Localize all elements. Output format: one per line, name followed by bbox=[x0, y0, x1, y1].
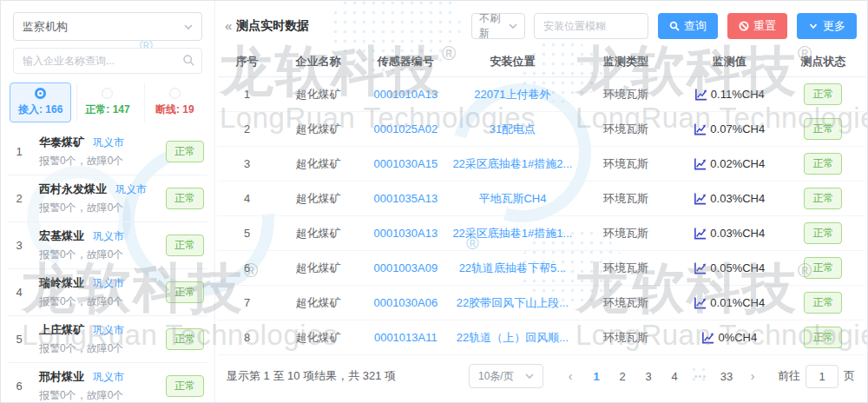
table-row[interactable]: 8 超化煤矿 0001013A11 22轨道（上）回风顺... 环境瓦斯 0%C… bbox=[218, 320, 865, 355]
cell-sensor-link[interactable]: 0001013A11 bbox=[360, 331, 450, 344]
cell-company: 超化煤矿 bbox=[276, 191, 360, 207]
company-city-tag[interactable]: 巩义市 bbox=[93, 276, 124, 291]
company-index: 1 bbox=[8, 145, 30, 158]
filter-offline[interactable]: 断线: 19 bbox=[144, 83, 206, 122]
cell-company: 超化煤矿 bbox=[276, 226, 360, 241]
company-sidebar: 监察机构 接入: 166 正常: 147 断线: 19 bbox=[1, 1, 215, 402]
trend-chart-icon[interactable] bbox=[694, 192, 707, 205]
next-page-icon[interactable]: › bbox=[741, 365, 764, 387]
company-list-item[interactable]: 5 上庄煤矿 巩义市 报警0个，故障0个 正常 bbox=[8, 315, 207, 362]
radio-unselected-icon bbox=[169, 88, 181, 99]
cell-sensor-link[interactable]: 0001025A02 bbox=[360, 122, 450, 135]
cell-company: 超化煤矿 bbox=[276, 330, 360, 346]
page-number[interactable]: 4 bbox=[663, 365, 686, 387]
page-number[interactable]: ••• bbox=[689, 365, 712, 387]
status-badge: 正常 bbox=[804, 327, 842, 348]
cell-status: 正常 bbox=[781, 257, 865, 279]
cell-status: 正常 bbox=[781, 327, 865, 348]
trend-chart-icon[interactable] bbox=[694, 122, 707, 135]
table-row[interactable]: 3 超化煤矿 0001030A15 22采区底抽巷1#措施2... 环境瓦斯 0… bbox=[218, 147, 865, 182]
search-icon[interactable] bbox=[182, 54, 195, 67]
company-summary: 报警0个，故障0个 bbox=[39, 154, 166, 168]
cell-location-link[interactable]: 22轨道（上）回风顺... bbox=[451, 330, 575, 346]
company-city-tag[interactable]: 巩义市 bbox=[93, 370, 124, 385]
company-list-item[interactable]: 6 邢村煤业 巩义市 报警0个，故障0个 正常 bbox=[8, 362, 207, 402]
page-size-dropdown[interactable]: 10条/页 bbox=[469, 364, 543, 388]
table-row[interactable]: 7 超化煤矿 0001030A06 22胶带回风下山上段... 环境瓦斯 0.0… bbox=[218, 286, 865, 320]
collapse-sidebar-icon[interactable]: « bbox=[225, 18, 232, 33]
location-search-input[interactable] bbox=[534, 13, 648, 39]
org-dropdown[interactable]: 监察机构 bbox=[13, 12, 202, 41]
company-summary: 报警0个，故障0个 bbox=[39, 294, 166, 309]
prev-page-icon[interactable]: ‹ bbox=[559, 365, 582, 387]
cell-location-link[interactable]: 22采区底抽巷1#措施1... bbox=[451, 226, 575, 241]
page-number[interactable]: 3 bbox=[637, 365, 660, 387]
column-header-sensor: 传感器编号 bbox=[360, 54, 450, 69]
company-city-tag[interactable]: 巩义市 bbox=[93, 135, 124, 150]
company-city-tag[interactable]: 巩义市 bbox=[93, 229, 124, 244]
cell-location-link[interactable]: 22胶带回风下山上段... bbox=[451, 295, 575, 311]
cell-location-link[interactable]: 31配电点 bbox=[451, 122, 575, 137]
cell-index: 7 bbox=[218, 296, 276, 309]
goto-page-input[interactable] bbox=[806, 365, 838, 388]
cell-sensor-link[interactable]: 0001030A15 bbox=[360, 157, 450, 170]
company-name: 西村永发煤业 bbox=[39, 182, 107, 197]
company-city-tag[interactable]: 巩义市 bbox=[93, 323, 124, 338]
column-header-status: 测点状态 bbox=[781, 54, 865, 69]
company-name: 华泰煤矿 bbox=[39, 135, 84, 150]
company-list-item[interactable]: 4 瑞岭煤业 巩义市 报警0个，故障0个 正常 bbox=[8, 268, 207, 315]
company-city-tag[interactable]: 巩义市 bbox=[115, 182, 147, 197]
company-list: 1 华泰煤矿 巩义市 报警0个，故障0个 正常 2 西村永 bbox=[8, 128, 207, 402]
filter-normal[interactable]: 正常: 147 bbox=[76, 83, 138, 122]
company-list-item[interactable]: 1 华泰煤矿 巩义市 报警0个，故障0个 正常 bbox=[8, 128, 207, 175]
trend-chart-icon[interactable] bbox=[694, 88, 707, 101]
page-number[interactable]: 1 bbox=[585, 365, 608, 387]
company-status-badge: 正常 bbox=[166, 188, 204, 209]
cell-sensor-link[interactable]: 0001030A13 bbox=[360, 227, 450, 240]
cell-sensor-link[interactable]: 0001003A09 bbox=[360, 261, 450, 274]
table-row[interactable]: 1 超化煤矿 0001010A13 22071上付巷外 环境瓦斯 0.11%CH… bbox=[218, 77, 865, 112]
cell-sensor-link[interactable]: 0001010A13 bbox=[360, 88, 450, 101]
page-number[interactable]: 2 bbox=[611, 365, 634, 387]
chevron-down-icon bbox=[525, 373, 534, 379]
trend-chart-icon[interactable] bbox=[694, 227, 707, 240]
company-info: 华泰煤矿 巩义市 报警0个，故障0个 bbox=[30, 135, 166, 168]
cell-location-link[interactable]: 22轨道底抽巷下帮5... bbox=[451, 261, 575, 276]
company-list-item[interactable]: 3 宏基煤业 巩义市 报警0个，故障0个 正常 bbox=[8, 221, 207, 268]
trend-chart-icon[interactable] bbox=[694, 157, 707, 170]
cell-value: 0.11%CH4 bbox=[678, 88, 781, 101]
chevron-down-icon bbox=[808, 21, 819, 31]
refresh-interval-dropdown[interactable]: 不刷新 bbox=[471, 13, 525, 39]
offline-count: 19 bbox=[182, 103, 194, 116]
table-footer: 显示第 1 至 10 项结果，共 321 项 10条/页 ‹ 1 2 3 bbox=[227, 364, 855, 388]
org-dropdown-value: 监察机构 bbox=[23, 19, 68, 35]
company-list-item[interactable]: 2 西村永发煤业 巩义市 报警0个，故障0个 正常 bbox=[8, 175, 207, 221]
trend-chart-icon[interactable] bbox=[701, 331, 714, 344]
table-row[interactable]: 4 超化煤矿 0001035A13 平地瓦斯CH4 环境瓦斯 0.03%CH4 bbox=[218, 182, 865, 216]
radio-unselected-icon bbox=[102, 88, 113, 99]
monitor-value: 0.01%CH4 bbox=[710, 296, 765, 309]
cell-location-link[interactable]: 平地瓦斯CH4 bbox=[451, 191, 575, 207]
cell-location-link[interactable]: 22071上付巷外 bbox=[451, 87, 575, 102]
cell-company: 超化煤矿 bbox=[276, 261, 360, 276]
company-status-badge: 正常 bbox=[166, 235, 204, 256]
monitoring-app-window: ® ® 龙软科技® LongRuan Technologies 龙软科技® Lo… bbox=[0, 0, 868, 403]
cell-sensor-link[interactable]: 0001030A06 bbox=[360, 296, 450, 309]
company-summary: 报警0个，故障0个 bbox=[39, 248, 166, 262]
trend-chart-icon[interactable] bbox=[694, 261, 707, 274]
company-search-input[interactable] bbox=[13, 48, 202, 74]
more-button[interactable]: 更多 bbox=[797, 13, 857, 39]
pagination: ‹ 1 2 3 4 ••• 33 › bbox=[559, 365, 764, 387]
table-row[interactable]: 2 超化煤矿 0001025A02 31配电点 环境瓦斯 0.07%CH4 bbox=[218, 112, 865, 147]
cell-value: 0.03%CH4 bbox=[678, 227, 781, 240]
reset-button[interactable]: 重置 bbox=[727, 13, 787, 39]
cell-sensor-link[interactable]: 0001035A13 bbox=[360, 192, 450, 205]
table-row[interactable]: 5 超化煤矿 0001030A13 22采区底抽巷1#措施1... 环境瓦斯 0… bbox=[218, 216, 865, 251]
table-row[interactable]: 6 超化煤矿 0001003A09 22轨道底抽巷下帮5... 环境瓦斯 0.0… bbox=[218, 251, 865, 286]
page-number[interactable]: 33 bbox=[715, 365, 738, 387]
trend-chart-icon[interactable] bbox=[694, 296, 707, 309]
filter-connected[interactable]: 接入: 166 bbox=[10, 83, 71, 122]
query-button[interactable]: 查询 bbox=[658, 13, 718, 39]
query-button-label: 查询 bbox=[684, 18, 707, 34]
cell-location-link[interactable]: 22采区底抽巷1#措施2... bbox=[451, 156, 575, 172]
